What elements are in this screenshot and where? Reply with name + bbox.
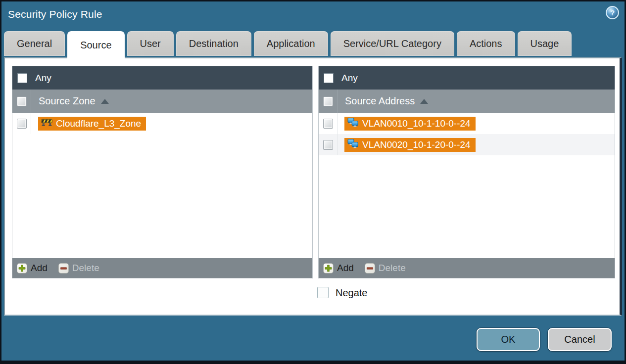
source-address-footer: Add Delete [319,258,615,278]
address-tag-label: VLAN0020_10-1-20-0--24 [362,139,471,150]
column-header-label: Source Zone [39,95,96,107]
tab-label: General [17,38,52,49]
source-zone-any-checkbox[interactable] [17,73,27,83]
tab-destination[interactable]: Destination [176,31,251,56]
source-zone-select-all-checkbox[interactable] [17,96,27,106]
security-policy-rule-dialog: Security Policy Rule ? General Source Us… [0,0,626,364]
dialog-title: Security Policy Rule [8,8,102,20]
tab-service-url-category[interactable]: Service/URL Category [331,31,454,56]
tab-user[interactable]: User [127,31,174,56]
table-row[interactable]: VLAN0010_10-1-10-0--24 [319,113,615,134]
source-address-list: VLAN0010_10-1-10-0--24 [319,113,615,258]
row-checkbox[interactable] [323,140,333,150]
address-tag-label: VLAN0010_10-1-10-0--24 [362,118,471,129]
add-plus-icon [323,263,334,273]
tab-label: Source [80,40,111,51]
sort-ascending-icon [101,99,109,104]
column-header-label: Source Address [345,95,415,107]
zone-icon [41,118,52,129]
tab-label: Service/URL Category [343,38,441,49]
source-address-column-header[interactable]: Source Address [319,90,615,113]
delete-button[interactable]: Delete [365,263,406,273]
tab-application[interactable]: Application [254,31,328,56]
add-label: Add [31,263,48,273]
sort-ascending-icon [420,99,428,104]
delete-label: Delete [72,263,99,273]
zone-tag-label: Cloudflare_L3_Zone [56,118,141,129]
address-icon [347,139,359,150]
tab-source[interactable]: Source [67,31,124,59]
add-button[interactable]: Add [17,263,48,273]
any-label: Any [341,73,358,84]
source-zone-any-header: Any [12,66,312,90]
negate-checkbox[interactable] [317,287,329,298]
source-zone-column-header[interactable]: Source Zone [12,90,312,113]
row-checkbox[interactable] [17,119,27,129]
source-zone-panel: Any Source Zone [12,66,313,278]
help-icon[interactable]: ? [606,6,619,19]
source-address-panel: Any Source Address [318,66,615,278]
tab-label: Destination [189,38,239,49]
tab-actions[interactable]: Actions [457,31,515,56]
delete-minus-icon [58,263,69,273]
source-address-select-all-checkbox[interactable] [323,96,333,106]
add-label: Add [337,263,354,273]
add-button[interactable]: Add [323,263,354,273]
table-row[interactable]: VLAN0020_10-1-20-0--24 [319,134,615,155]
source-zone-footer: Add Delete [12,258,312,278]
zone-tag[interactable]: Cloudflare_L3_Zone [38,117,146,131]
ok-button[interactable]: OK [477,328,540,351]
tab-label: Application [267,38,315,49]
svg-text:?: ? [610,8,615,17]
source-zone-list: Cloudflare_L3_Zone [12,113,312,258]
delete-label: Delete [379,263,406,273]
address-tag[interactable]: VLAN0010_10-1-10-0--24 [344,117,476,131]
table-row[interactable]: Cloudflare_L3_Zone [12,113,312,134]
any-label: Any [35,73,51,84]
source-tab-content: Any Source Zone [4,57,622,316]
source-address-any-header: Any [319,66,615,90]
address-tag[interactable]: VLAN0020_10-1-20-0--24 [344,138,476,152]
tab-label: Actions [470,38,502,49]
tab-usage[interactable]: Usage [518,31,572,56]
source-address-any-checkbox[interactable] [324,73,334,83]
row-checkbox[interactable] [323,119,333,129]
cancel-button[interactable]: Cancel [548,328,612,351]
tab-label: Usage [530,38,559,49]
tab-bar: General Source User Destination Applicat… [4,31,572,56]
address-icon [347,118,359,129]
delete-minus-icon [365,263,375,273]
negate-label: Negate [336,287,368,299]
tab-general[interactable]: General [4,31,65,56]
add-plus-icon [17,263,27,273]
delete-button[interactable]: Delete [58,263,99,273]
tab-label: User [140,38,161,49]
